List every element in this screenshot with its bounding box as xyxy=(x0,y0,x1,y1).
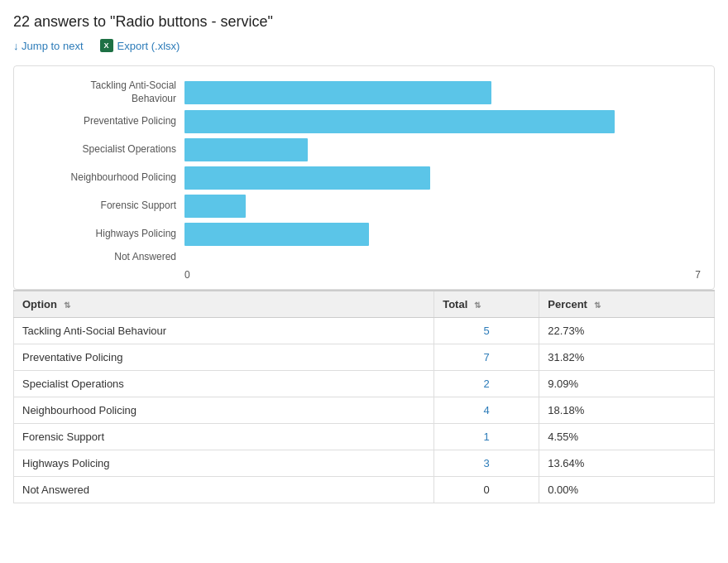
sort-icon-total: ⇅ xyxy=(474,301,481,310)
table-cell-total[interactable]: 4 xyxy=(434,397,539,423)
chart-row-label: Specialist Operations xyxy=(27,143,184,156)
col-percent-label: Percent xyxy=(548,298,587,310)
table-cell-total[interactable]: 3 xyxy=(434,450,539,476)
chart-row-label: Not Answered xyxy=(27,251,184,264)
chart-bar-area xyxy=(184,166,701,190)
table-cell-total[interactable]: 5 xyxy=(434,317,539,344)
chart-container: Tackling Anti-Social BehaviourPreventati… xyxy=(13,65,715,290)
table-row: Not Answered00.00% xyxy=(14,476,715,503)
chart-bar-area xyxy=(184,110,701,133)
table-cell-option: Forensic Support xyxy=(14,423,434,450)
table-row: Highways Policing313.64% xyxy=(14,450,715,476)
table-cell-option: Not Answered xyxy=(14,476,434,503)
table-cell-percent: 0.00% xyxy=(539,476,715,503)
table-row: Tackling Anti-Social Behaviour522.73% xyxy=(14,317,715,344)
chart-row: Forensic Support xyxy=(27,195,701,218)
table-header-row: Option ⇅ Total ⇅ Percent ⇅ xyxy=(14,291,715,318)
total-value-link[interactable]: 5 xyxy=(484,325,490,337)
chart-axis-labels: 0 7 xyxy=(27,269,701,281)
col-total-label: Total xyxy=(443,298,467,310)
table-cell-total[interactable]: 2 xyxy=(434,370,539,397)
chart-bar xyxy=(184,223,369,246)
chart-row: Not Answered xyxy=(27,251,701,264)
table-cell-option: Neighbourhood Policing xyxy=(14,397,434,423)
table-cell-option: Specialist Operations xyxy=(14,370,434,397)
col-header-total[interactable]: Total ⇅ xyxy=(434,291,539,318)
chart-bar xyxy=(184,81,491,104)
excel-icon: X xyxy=(100,39,113,52)
chart-bar xyxy=(184,110,615,133)
chart-row-label: Tackling Anti-Social Behaviour xyxy=(27,79,184,105)
chart-bar xyxy=(184,166,430,190)
chart-row: Specialist Operations xyxy=(27,138,701,161)
table-row: Specialist Operations29.09% xyxy=(14,370,715,397)
actions-bar: ↓ Jump to next X Export (.xlsx) xyxy=(13,39,715,52)
chart-row-label: Highways Policing xyxy=(27,228,184,241)
total-value-link[interactable]: 2 xyxy=(484,378,490,390)
col-header-option[interactable]: Option ⇅ xyxy=(14,291,434,318)
total-value-link[interactable]: 7 xyxy=(484,351,490,363)
export-xlsx-link[interactable]: X Export (.xlsx) xyxy=(100,39,180,52)
table-row: Neighbourhood Policing418.18% xyxy=(14,397,715,423)
total-value-link[interactable]: 1 xyxy=(484,431,490,443)
chart-row: Highways Policing xyxy=(27,223,701,246)
table-cell-total: 0 xyxy=(434,476,539,503)
col-header-percent[interactable]: Percent ⇅ xyxy=(539,291,715,318)
chart-row-label: Preventative Policing xyxy=(27,115,184,128)
table-cell-percent: 9.09% xyxy=(539,370,715,397)
sort-icon-percent: ⇅ xyxy=(594,301,601,310)
chart-row: Tackling Anti-Social Behaviour xyxy=(27,79,701,105)
table-cell-total[interactable]: 1 xyxy=(434,423,539,450)
chart-bar-area xyxy=(184,81,701,104)
table-cell-percent: 22.73% xyxy=(539,317,715,344)
chart-area: Tackling Anti-Social BehaviourPreventati… xyxy=(27,79,701,269)
table-cell-option: Preventative Policing xyxy=(14,344,434,370)
table-cell-percent: 4.55% xyxy=(539,423,715,450)
chart-row-label: Forensic Support xyxy=(27,200,184,213)
export-label: Export (.xlsx) xyxy=(117,40,180,52)
chart-row: Neighbourhood Policing xyxy=(27,166,701,190)
page-title: 22 answers to "Radio buttons - service" xyxy=(13,13,715,31)
table-cell-percent: 18.18% xyxy=(539,397,715,423)
axis-min-label: 0 xyxy=(184,269,190,281)
chart-bar xyxy=(184,138,308,161)
chart-bar-area xyxy=(184,223,701,246)
sort-icon-option: ⇅ xyxy=(64,301,70,310)
table-cell-option: Tackling Anti-Social Behaviour xyxy=(14,317,434,344)
chart-bar xyxy=(184,195,246,218)
table-cell-total[interactable]: 7 xyxy=(434,344,539,370)
total-value-link[interactable]: 3 xyxy=(484,457,490,469)
chart-bar-area xyxy=(184,195,701,218)
chart-row-label: Neighbourhood Policing xyxy=(27,171,184,185)
table-row: Forensic Support14.55% xyxy=(14,423,715,450)
data-table: Option ⇅ Total ⇅ Percent ⇅ Tackling Anti… xyxy=(13,290,715,503)
total-value-link[interactable]: 4 xyxy=(484,404,490,416)
chart-row: Preventative Policing xyxy=(27,110,701,133)
table-cell-percent: 13.64% xyxy=(539,450,715,476)
col-option-label: Option xyxy=(22,298,57,310)
table-row: Preventative Policing731.82% xyxy=(14,344,715,370)
chart-bar-area xyxy=(184,138,701,161)
table-cell-percent: 31.82% xyxy=(539,344,715,370)
jump-to-next-link[interactable]: ↓ Jump to next xyxy=(13,40,84,52)
table-cell-option: Highways Policing xyxy=(14,450,434,476)
axis-max-label: 7 xyxy=(695,269,701,281)
